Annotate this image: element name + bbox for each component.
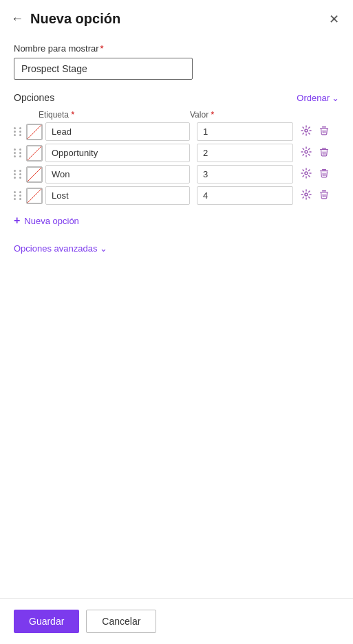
sort-button[interactable]: Ordenar ⌄ bbox=[297, 93, 339, 103]
display-name-label: Nombre para mostrar* bbox=[14, 43, 339, 54]
settings-icon[interactable] bbox=[299, 146, 314, 159]
header-left: ← Nueva opción bbox=[11, 11, 120, 27]
option-row bbox=[14, 186, 339, 205]
svg-point-0 bbox=[305, 129, 308, 132]
panel: ← Nueva opción ✕ Nombre para mostrar* Op… bbox=[0, 0, 353, 644]
row-actions bbox=[299, 146, 332, 159]
delete-icon[interactable] bbox=[317, 168, 332, 181]
drag-handle[interactable] bbox=[14, 170, 23, 179]
settings-icon[interactable] bbox=[299, 168, 314, 181]
plus-icon: + bbox=[14, 214, 20, 227]
option-value-input[interactable] bbox=[197, 122, 293, 141]
options-list bbox=[14, 122, 339, 205]
option-row bbox=[14, 122, 339, 141]
drag-handle[interactable] bbox=[14, 148, 23, 157]
svg-rect-7 bbox=[322, 148, 326, 149]
content: Nombre para mostrar* Opciones Ordenar ⌄ … bbox=[0, 35, 353, 644]
color-picker-icon[interactable] bbox=[26, 124, 43, 140]
save-button[interactable]: Guardar bbox=[14, 610, 79, 633]
option-row bbox=[14, 165, 339, 184]
svg-point-6 bbox=[305, 151, 308, 153]
add-option-button[interactable]: + Nueva opción bbox=[14, 212, 79, 230]
delete-icon[interactable] bbox=[317, 189, 332, 202]
page-title: Nueva opción bbox=[30, 11, 120, 27]
settings-icon[interactable] bbox=[299, 189, 314, 202]
drag-handle[interactable] bbox=[14, 127, 23, 136]
color-picker-icon[interactable] bbox=[26, 145, 43, 162]
svg-point-18 bbox=[305, 193, 308, 196]
option-value-input[interactable] bbox=[197, 144, 293, 162]
option-row bbox=[14, 144, 339, 162]
delete-icon[interactable] bbox=[317, 125, 332, 138]
option-label-input[interactable] bbox=[45, 186, 190, 205]
color-picker-icon[interactable] bbox=[26, 166, 43, 183]
close-icon[interactable]: ✕ bbox=[329, 12, 339, 27]
color-picker-icon[interactable] bbox=[26, 188, 43, 204]
row-actions bbox=[299, 125, 332, 138]
options-label: Opciones bbox=[14, 92, 54, 103]
chevron-down-icon: ⌄ bbox=[332, 93, 339, 103]
svg-rect-8 bbox=[320, 149, 328, 150]
cancel-button[interactable]: Cancelar bbox=[86, 610, 156, 633]
settings-icon[interactable] bbox=[299, 125, 314, 138]
header: ← Nueva opción ✕ bbox=[0, 0, 353, 35]
svg-rect-14 bbox=[320, 170, 328, 171]
delete-icon[interactable] bbox=[317, 146, 332, 159]
col-etiqueta-header: Etiqueta * bbox=[39, 110, 190, 120]
column-headers: Etiqueta * Valor * bbox=[14, 107, 339, 122]
option-value-input[interactable] bbox=[197, 165, 293, 184]
option-label-input[interactable] bbox=[45, 122, 190, 141]
option-label-input[interactable] bbox=[45, 144, 190, 162]
svg-rect-19 bbox=[322, 190, 326, 192]
drag-handle[interactable] bbox=[14, 191, 23, 200]
svg-rect-20 bbox=[320, 192, 328, 192]
row-actions bbox=[299, 189, 332, 202]
chevron-down-icon-advanced: ⌄ bbox=[100, 243, 107, 254]
col-valor-header: Valor * bbox=[190, 110, 339, 120]
option-value-input[interactable] bbox=[197, 186, 293, 205]
display-name-input[interactable] bbox=[14, 58, 193, 80]
svg-rect-13 bbox=[322, 169, 326, 170]
advanced-options-button[interactable]: Opciones avanzadas ⌄ bbox=[14, 241, 107, 256]
svg-point-12 bbox=[305, 172, 308, 175]
options-header: Opciones Ordenar ⌄ bbox=[14, 92, 339, 103]
footer: Guardar Cancelar bbox=[0, 598, 353, 644]
row-actions bbox=[299, 168, 332, 181]
option-label-input[interactable] bbox=[45, 165, 190, 184]
svg-rect-2 bbox=[320, 128, 328, 129]
back-icon[interactable]: ← bbox=[11, 12, 23, 26]
svg-rect-1 bbox=[322, 126, 326, 128]
